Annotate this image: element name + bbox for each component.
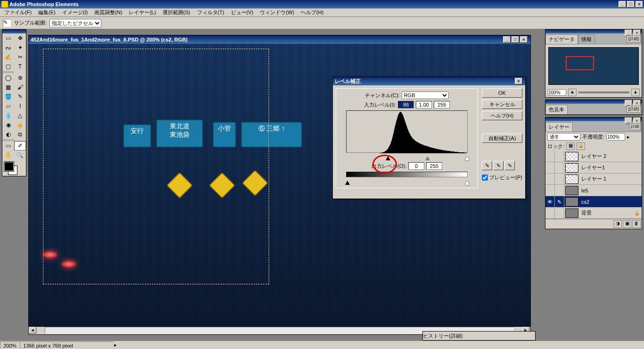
layer-row[interactable]: レイヤー1 [545,162,642,174]
input-white-field[interactable] [434,101,450,108]
visibility-icon[interactable] [545,162,555,173]
doc-close-button[interactable]: × [520,36,528,43]
tool-type[interactable]: T [14,62,26,71]
zoom-out-icon[interactable]: ▲ [568,89,577,96]
link-icon[interactable]: ✎ [555,196,564,207]
menu-enhance[interactable]: 画質調整(N) [92,8,124,17]
layer-name[interactable]: 背景 [579,209,634,216]
input-gamma-field[interactable] [416,101,432,108]
input-black-slider[interactable] [386,156,390,160]
layer-name[interactable]: レイヤー 2 [579,153,634,160]
output-white-field[interactable] [426,162,442,170]
menu-file[interactable]: ファイル(F) [2,8,34,17]
visibility-icon[interactable] [545,174,555,184]
link-icon[interactable] [555,208,564,218]
tool-blur[interactable]: 💧 [2,111,14,120]
layer-thumbnail[interactable] [565,163,578,173]
tool-hand[interactable]: ✋ [2,150,14,160]
ly-more-button[interactable]: 詳細 [629,123,641,130]
menu-view[interactable]: ビュー(V) [229,8,256,17]
tab-swatches[interactable]: 色見本 [545,105,568,114]
tool-brush[interactable]: 🖌 [14,83,26,92]
cancel-button[interactable]: キャンセル [482,100,522,109]
lock-transparency-icon[interactable]: ▦ [566,142,575,150]
layer-row[interactable]: レイヤー 1 [545,174,642,185]
tool-wand[interactable]: ✦ [14,43,26,52]
tool-cookie[interactable]: ◯ [2,73,14,83]
gray-eyedropper-icon[interactable]: ✎ [493,161,504,170]
link-icon[interactable] [555,151,564,162]
eyedropper-icon[interactable]: ✎ [3,19,11,27]
minimize-button[interactable]: _ [619,1,626,8]
sample-range-select[interactable]: 指定したピクセル [50,19,101,27]
output-slider[interactable] [346,179,468,185]
layer-thumbnail[interactable] [565,208,578,218]
visibility-icon[interactable]: 👁 [545,196,555,207]
menu-layer[interactable]: レイヤー(L) [126,8,158,17]
tool-impressionist[interactable]: ⌇ [14,101,26,111]
link-icon[interactable] [555,174,564,184]
tool-sponge[interactable]: ◉ [2,120,14,130]
tool-marquee[interactable]: ▭ [2,33,14,43]
help-button[interactable]: ヘルプ(H) [482,111,522,120]
levels-close-button[interactable]: × [515,78,522,84]
link-icon[interactable] [555,162,564,173]
layer-row[interactable]: 背景 🔒 [545,208,642,219]
layer-thumbnail[interactable] [565,186,578,195]
new-layer-icon[interactable]: ▣ [623,220,631,228]
tool-eraser[interactable]: ▱ [2,101,14,111]
menu-select[interactable]: 選択範囲(S) [160,8,193,17]
layer-thumbnail[interactable] [565,197,578,207]
close-button[interactable]: × [636,1,643,8]
tool-clone[interactable]: ⧉ [14,130,26,139]
menu-edit[interactable]: 編集(E) [36,8,58,17]
tool-smudge[interactable]: ☝ [14,120,26,130]
tool-crop[interactable]: ✂ [14,52,26,62]
layer-name[interactable]: レイヤー 1 [579,175,634,183]
status-arrow-icon[interactable]: ▸ [114,342,117,348]
menu-image[interactable]: イメージ(I) [60,8,90,17]
tool-gradient[interactable]: ▦ [2,83,14,92]
status-zoom[interactable]: 200% [0,341,20,349]
visibility-icon[interactable] [545,185,555,196]
layer-name[interactable]: cs2 [579,199,634,205]
layer-thumbnail[interactable] [565,174,578,184]
layer-name[interactable]: レイヤー1 [579,164,634,171]
hist-more-button[interactable]: (詳細) [449,332,462,340]
tool-selectionbrush[interactable]: ✍ [2,52,14,62]
color-swatch[interactable] [2,160,26,176]
tool-bucket[interactable]: 🪣 [2,92,14,101]
tool-dodge[interactable]: ◐ [2,130,14,139]
input-white-slider[interactable] [465,156,470,160]
tool-customshape[interactable]: ▢ [2,62,14,71]
tab-layers[interactable]: レイヤー [545,122,573,132]
sw-more-button[interactable]: (詳細) [627,106,641,113]
tool-zoom[interactable]: 🔍 [14,150,26,160]
nav-more-button[interactable]: (詳細) [627,35,641,42]
trash-icon[interactable]: 🗑 [632,220,641,228]
menu-window[interactable]: ウィンドウ(W) [257,8,297,17]
blend-mode-select[interactable]: 通常 [547,133,580,141]
output-black-slider[interactable] [345,181,350,185]
lock-all-icon[interactable]: 🔒 [577,142,585,150]
menu-help[interactable]: ヘルプ(H) [298,8,326,17]
tool-sharpen[interactable]: △ [14,111,26,120]
adjustment-layer-icon[interactable]: ◑ [613,220,622,228]
tab-info[interactable]: 情報 [578,34,595,44]
doc-maximize-button[interactable]: □ [512,36,519,43]
input-black-field[interactable] [398,101,414,108]
layer-thumbnail[interactable] [565,152,578,161]
ok-button[interactable]: OK [482,88,522,98]
layer-row[interactable]: le5 [545,185,642,196]
tool-move[interactable]: ✥ [14,33,26,43]
tool-pencil[interactable]: ✎ [14,92,26,101]
navigator-thumbnail[interactable] [548,47,639,85]
tab-history[interactable]: ヒストリー [423,332,449,340]
opacity-field[interactable] [606,133,625,141]
layer-row[interactable]: レイヤー 2 [545,151,642,162]
menu-filter[interactable]: フィルタ(T) [195,8,227,17]
maximize-button[interactable]: □ [627,1,635,8]
black-eyedropper-icon[interactable]: ✎ [482,161,492,170]
tool-redeye[interactable]: ⊕ [14,73,26,83]
link-icon[interactable] [555,185,564,196]
